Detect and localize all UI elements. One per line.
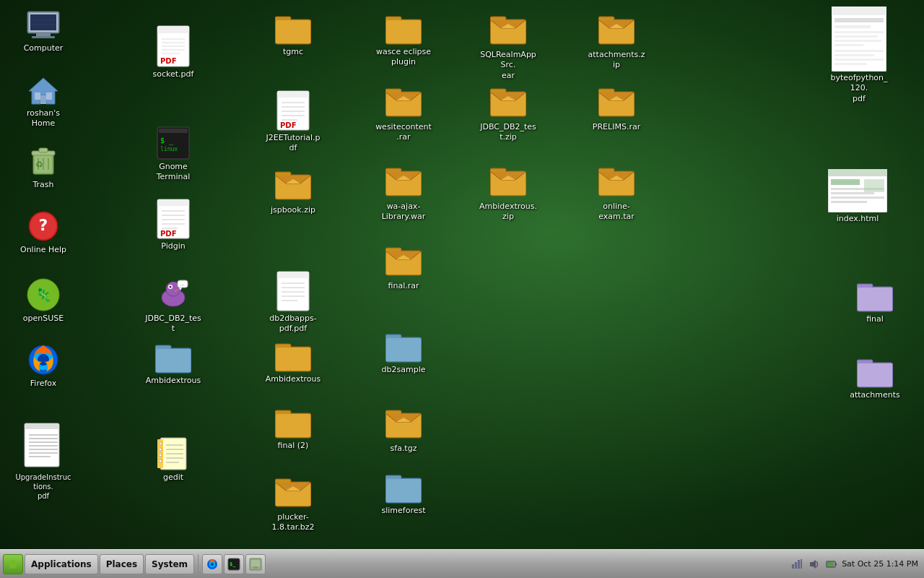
svg-rect-129 — [386, 479, 421, 502]
db2ite90-icon[interactable]: PDF Pidgin — [141, 195, 205, 254]
db2dbapps-pdf-icon[interactable]: db2dbapps-pdf.pdf — [261, 267, 325, 337]
sfa-tgz-icon[interactable]: sfa.tgz — [372, 405, 435, 457]
svg-marker-187 — [810, 560, 816, 569]
roshans-home-icon[interactable]: roshan's Home — [12, 72, 75, 132]
ambidextrous-folder-icon[interactable]: Ambidextrous — [261, 338, 325, 387]
final-folder-icon[interactable]: final — [843, 278, 907, 327]
db2dbapps-pdf-label: db2dbapps-pdf.pdf — [264, 314, 322, 335]
svg-rect-28 — [25, 423, 59, 467]
svg-rect-157 — [834, 54, 874, 56]
db2sample-folder-icon[interactable]: db2sample — [372, 329, 435, 378]
computer-label: Computer — [24, 43, 64, 53]
j2ee-tutorial-icon[interactable]: PDF J2EETutorial.pdf — [261, 87, 325, 157]
online-exam-tar-icon[interactable]: online-exam.tar — [585, 163, 648, 225]
suse-icon — [8, 559, 18, 569]
svg-text:$ _: $ _ — [160, 137, 174, 145]
prelims-rar-icon[interactable]: PRELIMS.rar — [585, 83, 648, 135]
tgmc-folder-label: tgmc — [283, 47, 303, 57]
computer-icon[interactable]: Computer — [12, 7, 75, 56]
index-html-icon[interactable]: index.html — [821, 166, 894, 227]
trash-icon[interactable]: ♻ Trash — [12, 141, 75, 193]
trash-label: Trash — [32, 180, 53, 190]
socket-pdf-icon[interactable]: PDF socket.pdf — [141, 22, 205, 82]
svg-rect-10 — [46, 92, 52, 100]
upgrade-instructions-label: UpgradeInstructions.pdf — [14, 473, 72, 501]
slimeforest-folder-icon[interactable]: slimeforest — [372, 470, 435, 519]
svg-rect-167 — [864, 179, 884, 192]
svg-point-70 — [159, 442, 162, 445]
svg-rect-2 — [30, 14, 56, 30]
gedit-icon[interactable]: gedit — [141, 434, 205, 486]
svg-text:...: ... — [180, 281, 185, 287]
svg-rect-83 — [277, 91, 309, 98]
sfa-tgz-label: sfa.tgz — [391, 444, 417, 454]
svg-rect-14 — [39, 148, 48, 152]
gnome-terminal-icon[interactable]: $ _ linux Gnome Terminal — [141, 123, 205, 186]
attachments-zip-label: attachments.zip — [588, 50, 645, 71]
applications-label: Applications — [31, 559, 92, 569]
jspbook-zip-icon[interactable]: jspbook.zip — [261, 166, 325, 218]
attachments-folder-icon[interactable]: attachments — [843, 354, 907, 403]
svg-rect-164 — [831, 192, 874, 194]
tgmc-folder-icon[interactable]: tgmc — [261, 11, 325, 60]
svg-point-177 — [211, 563, 214, 566]
byteofpython-pdf-icon[interactable]: byteofpython_120.pdf — [823, 4, 895, 107]
suse-logo-taskbar — [3, 554, 23, 574]
svg-rect-184 — [795, 562, 797, 569]
online-help-icon[interactable]: ? Online Help — [12, 206, 75, 258]
firefox-icon[interactable]: Firefox — [12, 340, 75, 392]
final2-folder-icon[interactable]: final (2) — [261, 405, 325, 454]
index-html-label: index.html — [837, 214, 879, 224]
online-help-label: Online Help — [20, 245, 66, 255]
taskbar-firefox-icon — [206, 558, 219, 571]
socket-pdf-label: socket.pdf — [153, 69, 194, 79]
svg-rect-46 — [159, 129, 188, 133]
jdbc-db2-test-zip-icon[interactable]: JDBC_DB2_test.zip — [476, 83, 540, 146]
system-menu-button[interactable]: System — [145, 554, 194, 574]
final-rar-label: final.rar — [388, 281, 419, 291]
svg-point-73 — [159, 460, 162, 462]
svg-rect-181 — [251, 560, 260, 566]
attachments-zip-icon[interactable]: attachments.zip — [585, 11, 648, 74]
places-menu-button[interactable]: Places — [100, 554, 144, 574]
svg-rect-102 — [276, 348, 310, 371]
wesitecontent-icon[interactable]: wesitecontent.rar — [372, 83, 435, 146]
show-desktop-button[interactable] — [245, 554, 266, 574]
wasce-eclipse-icon[interactable]: wasce eclipse plugin — [372, 11, 435, 71]
svg-rect-29 — [25, 423, 59, 429]
final-folder-label: final — [866, 314, 884, 324]
svg-rect-189 — [835, 563, 837, 566]
wa-ajax-library-icon[interactable]: wa-ajax-Library.war — [372, 163, 435, 225]
svg-text:?: ? — [39, 216, 48, 234]
applications-menu-button[interactable]: Applications — [25, 554, 98, 574]
taskbar-terminal-button[interactable]: $_ — [224, 554, 244, 574]
db2sample-folder-label: db2sample — [382, 365, 426, 375]
sqlrealm-ear-label: SQLRealmAppSrc.ear — [479, 50, 537, 81]
svg-rect-151 — [834, 25, 871, 28]
opensuse-icon[interactable]: 🦎 openSUSE — [12, 275, 75, 327]
taskbar-left: Applications Places System $_ — [0, 554, 269, 574]
final2-folder-label: final (2) — [278, 441, 309, 451]
svg-rect-190 — [827, 562, 834, 566]
upgrade-instructions-icon[interactable]: UpgradeInstructions.pdf — [12, 419, 75, 504]
db2ite90-label: Pidgin — [161, 241, 185, 251]
network-icon — [790, 557, 804, 571]
ambidextrous-zip-label: Ambidextrous.zip — [479, 202, 537, 223]
jdbc-db2-test-zip-label: JDBC_DB2_test.zip — [479, 122, 537, 143]
clock-display: Sat Oct 25 1:14 PM — [842, 559, 918, 569]
sqlrealm-ear-icon[interactable]: SQLRealmAppSrc.ear — [476, 11, 540, 84]
svg-point-174 — [9, 560, 17, 569]
jdbc-db2-test-folder-icon[interactable]: Ambidextrous — [141, 340, 205, 389]
pidgin-icon[interactable]: ... JDBC_DB2_test — [141, 275, 205, 337]
final-rar-icon[interactable]: final.rar — [372, 242, 435, 294]
taskbar-firefox-button[interactable] — [202, 554, 222, 574]
svg-text:PDF: PDF — [160, 57, 176, 65]
taskbar-separator — [198, 554, 199, 574]
volume-icon — [807, 557, 821, 571]
plucker-icon[interactable]: plucker-1.8.tar.bz2 — [261, 473, 325, 536]
firefox-label: Firefox — [30, 379, 56, 389]
svg-rect-156 — [834, 50, 884, 52]
svg-rect-4 — [32, 36, 55, 38]
ambidextrous-zip-icon[interactable]: Ambidextrous.zip — [476, 163, 540, 225]
svg-rect-165 — [831, 197, 884, 199]
